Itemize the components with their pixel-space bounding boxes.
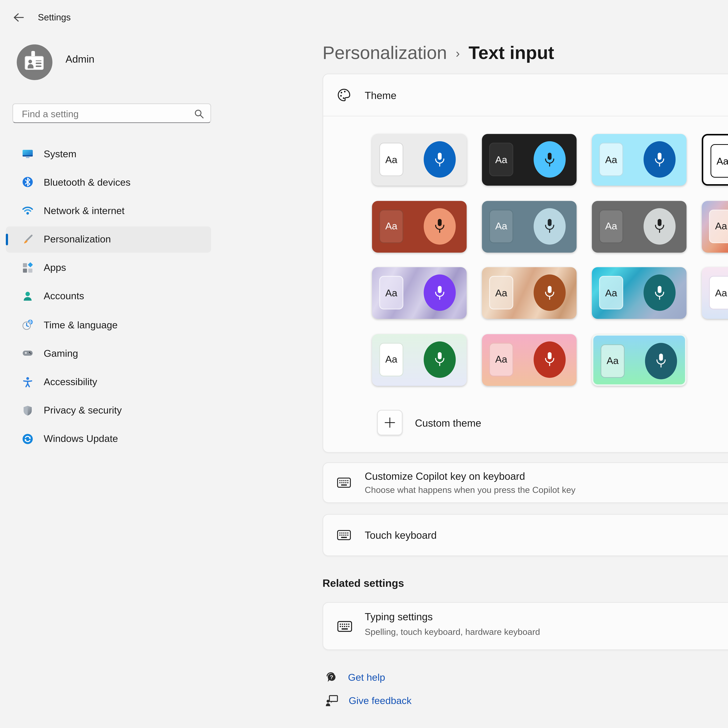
selected-accent-bar (6, 233, 8, 245)
system-icon (22, 148, 34, 159)
gaming-icon (22, 347, 34, 359)
search-input[interactable] (20, 105, 191, 123)
sidebar-nav: System Bluetooth & devices Network & int… (6, 141, 211, 454)
sidebar-item-system[interactable]: System (6, 141, 211, 167)
theme-tile-green-pastel[interactable]: Aa (372, 334, 466, 386)
sidebar-item-personalization[interactable]: Personalization (6, 226, 211, 252)
microphone-icon (644, 208, 676, 244)
theme-aa-sample: Aa (489, 276, 513, 309)
custom-theme-row: Custom theme (377, 410, 481, 435)
theme-tile-high-contrast[interactable]: Aa (702, 134, 728, 186)
page-title: Text input (468, 42, 554, 63)
time-language-icon (22, 319, 34, 331)
window-title: Settings (38, 12, 71, 23)
typing-settings-card[interactable]: Typing settings Spelling, touch keyboard… (323, 602, 728, 650)
titlebar: Settings (0, 0, 728, 34)
give-feedback-link[interactable]: Give feedback (326, 694, 411, 707)
sidebar-item-label: Personalization (44, 234, 111, 245)
windows-update-icon (22, 433, 34, 445)
custom-theme-label: Custom theme (415, 417, 481, 428)
search-icon (194, 109, 204, 119)
microphone-icon (424, 141, 456, 177)
user-name: Admin (66, 53, 94, 65)
theme-aa-sample: Aa (489, 343, 513, 376)
sidebar-item-privacy-security[interactable]: Privacy & security (6, 397, 211, 424)
divider (323, 116, 728, 116)
theme-aa-sample: Aa (489, 143, 513, 176)
theme-aa-sample: Aa (379, 143, 403, 176)
microphone-icon (424, 341, 456, 378)
sidebar-item-time-language[interactable]: Time & language (6, 312, 211, 338)
theme-tile-tan-silk[interactable]: Aa (482, 267, 577, 319)
sidebar-item-label: Bluetooth & devices (44, 177, 131, 188)
microphone-icon (534, 208, 566, 244)
theme-aa-sample: Aa (599, 210, 623, 243)
get-help-label[interactable]: Get help (348, 672, 385, 683)
get-help-link[interactable]: ? Get help (326, 671, 385, 684)
svg-text:?: ? (330, 674, 333, 680)
theme-tile-light-blue[interactable]: Aa (592, 134, 687, 186)
apps-icon (22, 262, 34, 274)
theme-tile-teal-ink[interactable]: Aa (592, 267, 687, 319)
sidebar-item-label: Accounts (44, 291, 84, 302)
keyboard-icon (337, 530, 351, 540)
theme-tile-light[interactable]: Aa (372, 134, 466, 186)
theme-tile-steel-blue[interactable]: Aa (482, 200, 577, 252)
add-custom-theme-button[interactable] (377, 410, 402, 435)
sidebar-item-label: Accessibility (44, 376, 97, 387)
accounts-icon (22, 291, 34, 302)
sidebar: Admin System Bluetooth & devices Network… (0, 34, 219, 728)
sidebar-item-bluetooth-devices[interactable]: Bluetooth & devices (6, 169, 211, 195)
theme-header[interactable]: Theme (323, 74, 728, 116)
sidebar-item-accessibility[interactable]: Accessibility (6, 369, 211, 395)
give-feedback-label[interactable]: Give feedback (349, 695, 411, 706)
theme-aa-sample: Aa (489, 210, 513, 243)
theme-tile-brick-red[interactable]: Aa (372, 200, 466, 252)
accessibility-icon (22, 376, 34, 388)
personalization-icon (22, 233, 34, 245)
microphone-icon (644, 141, 676, 177)
help-bubble-icon: ? (326, 671, 338, 684)
sidebar-item-label: Network & internet (44, 205, 124, 216)
theme-aa-sample: Aa (711, 144, 728, 177)
touch-keyboard-card[interactable]: Touch keyboard (323, 514, 728, 556)
copilot-key-card: Customize Copilot key on keyboard Choose… (323, 462, 728, 503)
theme-tile-sunset-image[interactable]: Aa (702, 200, 728, 252)
theme-tile-cyan-mint[interactable]: Aa (592, 334, 687, 386)
theme-aa-sample: Aa (379, 276, 403, 309)
theme-aa-sample: Aa (599, 143, 623, 176)
keyboard-icon (337, 477, 351, 488)
typing-settings-title: Typing settings (365, 611, 433, 622)
touch-keyboard-title: Touch keyboard (365, 529, 437, 541)
theme-tile-pink-peach[interactable]: Aa (482, 334, 577, 386)
sidebar-item-label: Privacy & security (44, 405, 122, 416)
avatar[interactable] (17, 44, 52, 80)
bluetooth-icon (22, 176, 34, 188)
theme-tile-dark[interactable]: Aa (482, 134, 577, 186)
copilot-key-subtitle: Choose what happens when you press the C… (365, 485, 575, 495)
main-content: Personalization › Text input Theme AaAaA… (219, 34, 728, 728)
theme-tile-pink-pastel[interactable]: Aa (702, 267, 728, 319)
sidebar-item-label: System (44, 148, 76, 159)
sidebar-item-windows-update[interactable]: Windows Update (6, 426, 211, 452)
sidebar-item-apps[interactable]: Apps (6, 255, 211, 281)
breadcrumb-parent[interactable]: Personalization (323, 42, 447, 63)
shield-icon (22, 404, 34, 416)
back-button[interactable] (10, 9, 26, 26)
theme-card: Theme AaAaAaAaAaAaAaAaAaAaAaAaAaAaAa Cus… (323, 73, 728, 453)
palette-icon (337, 88, 351, 102)
theme-tile-gray[interactable]: Aa (592, 200, 687, 252)
sidebar-item-accounts[interactable]: Accounts (6, 283, 211, 309)
copilot-key-title: Customize Copilot key on keyboard (365, 470, 525, 482)
microphone-icon (424, 208, 456, 244)
wifi-icon (22, 205, 34, 217)
sidebar-item-network-internet[interactable]: Network & internet (6, 197, 211, 224)
theme-tile-purple-abstract[interactable]: Aa (372, 267, 466, 319)
microphone-icon (645, 343, 677, 379)
theme-title: Theme (365, 90, 396, 101)
microphone-icon (534, 141, 566, 177)
theme-aa-sample: Aa (379, 210, 403, 243)
sidebar-item-gaming[interactable]: Gaming (6, 340, 211, 367)
find-setting-search[interactable] (12, 103, 211, 123)
theme-aa-sample: Aa (709, 276, 728, 309)
